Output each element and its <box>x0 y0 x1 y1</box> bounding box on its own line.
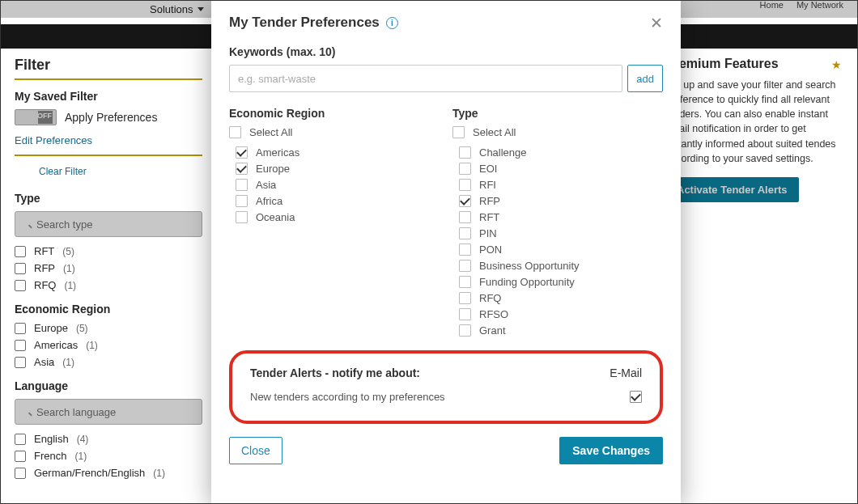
type-option[interactable]: RFT <box>459 211 663 223</box>
type-col-title: Type <box>452 107 663 120</box>
alerts-email-checkbox[interactable] <box>630 391 642 403</box>
type-option[interactable]: Challenge <box>459 146 663 159</box>
region-option[interactable]: Americas <box>236 146 440 159</box>
alerts-row-label: New tenders according to my preferences <box>250 391 445 403</box>
tender-alerts-section: Tender Alerts - notify me about: E-Mail … <box>229 350 663 424</box>
tender-prefs-modal: My Tender Preferences i ✕ Keywords (max.… <box>211 0 681 504</box>
region-option[interactable]: Europe <box>236 163 440 175</box>
close-icon[interactable]: ✕ <box>650 15 663 31</box>
modal-title: My Tender Preferences <box>229 15 380 31</box>
region-select-all[interactable]: Select All <box>229 126 440 138</box>
type-option[interactable]: RFP <box>459 195 663 207</box>
save-changes-button[interactable]: Save Changes <box>559 437 663 464</box>
type-option[interactable]: PON <box>459 244 663 256</box>
type-option[interactable]: Grant <box>459 324 663 337</box>
keywords-input[interactable] <box>229 65 622 92</box>
type-select-all[interactable]: Select All <box>452 126 663 138</box>
alerts-column-email: E-Mail <box>610 366 642 379</box>
info-icon[interactable]: i <box>386 17 398 29</box>
type-option[interactable]: Funding Opportunity <box>459 276 663 288</box>
keywords-label: Keywords (max. 10) <box>229 45 663 58</box>
region-col-title: Economic Region <box>229 107 440 120</box>
type-option[interactable]: RFI <box>459 179 663 191</box>
add-keyword-button[interactable]: add <box>627 65 663 92</box>
region-option[interactable]: Asia <box>236 179 440 191</box>
region-option[interactable]: Oceania <box>236 211 440 223</box>
type-option[interactable]: EOI <box>459 163 663 175</box>
type-option[interactable]: RFQ <box>459 292 663 304</box>
alerts-heading: Tender Alerts - notify me about: <box>250 366 420 379</box>
close-button[interactable]: Close <box>229 437 282 464</box>
type-option[interactable]: PIN <box>459 227 663 239</box>
region-option[interactable]: Africa <box>236 195 440 207</box>
type-option[interactable]: RFSO <box>459 308 663 320</box>
type-option[interactable]: Business Opportunity <box>459 260 663 272</box>
